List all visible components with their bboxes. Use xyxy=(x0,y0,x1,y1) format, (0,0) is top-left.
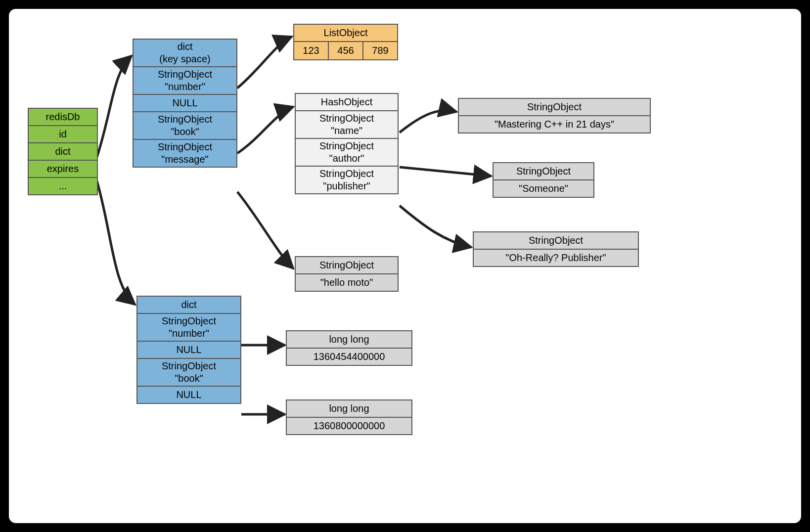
entry-value: "number" xyxy=(169,328,209,339)
field-type: StringObject xyxy=(319,140,374,151)
hashobject-title: HashObject xyxy=(296,94,398,111)
author-value-box: StringObject "Someone" xyxy=(493,162,594,198)
dict-keyspace-title: dict (key space) xyxy=(134,40,236,67)
arrow-name-to-value xyxy=(400,110,456,133)
field-type: StringObject xyxy=(319,168,374,179)
arrow-dict-to-keyspace xyxy=(97,56,132,157)
arrow-author-to-value xyxy=(400,167,491,176)
expires-entry-null1: NULL xyxy=(137,342,240,359)
exp-book-title: long long xyxy=(287,400,411,418)
arrow-number-to-list xyxy=(237,37,292,88)
redisdb-row-dict: dict xyxy=(29,143,97,161)
arrow-book-to-hash xyxy=(237,107,293,153)
field-value: "publisher" xyxy=(323,180,370,191)
field-value: "author" xyxy=(329,153,364,164)
exp-book-value: 1360800000000 xyxy=(287,418,411,434)
author-value: "Someone" xyxy=(494,180,593,197)
expires-dict-title: dict xyxy=(137,297,240,314)
list-cell-2: 789 xyxy=(363,42,397,59)
keyspace-entry-number: StringObject "number" xyxy=(134,67,236,95)
keyspace-entry-book: StringObject "book" xyxy=(134,112,236,140)
hash-field-name: StringObject "name" xyxy=(296,111,398,139)
dict-title-l2: (key space) xyxy=(159,53,210,64)
entry-type: StringObject xyxy=(162,360,216,371)
list-cell-0: 123 xyxy=(294,42,329,59)
entry-value: "number" xyxy=(165,81,205,92)
hash-field-publisher: StringObject "publisher" xyxy=(296,167,398,193)
arrow-message-to-string xyxy=(237,192,293,268)
listobject-cells: 123 456 789 xyxy=(294,42,397,59)
field-type: StringObject xyxy=(319,113,374,124)
dict-title-l1: dict xyxy=(177,41,192,52)
expires-entry-book: StringObject "book" xyxy=(137,359,240,387)
exp-number-value: 1360454400000 xyxy=(287,349,411,365)
name-title: StringObject xyxy=(459,99,650,116)
msg-title: StringObject xyxy=(296,257,398,274)
exp-number-box: long long 1360454400000 xyxy=(286,330,412,366)
listobject-title: ListObject xyxy=(294,25,397,42)
exp-book-box: long long 1360800000000 xyxy=(286,399,412,435)
entry-type: StringObject xyxy=(158,141,212,152)
hashobject-box: HashObject StringObject "name" StringObj… xyxy=(295,93,399,194)
redisdb-row-expires: expires xyxy=(29,161,97,178)
redisdb-row-id: id xyxy=(29,126,97,143)
arrow-layer xyxy=(9,9,801,523)
listobject-box: ListObject 123 456 789 xyxy=(293,24,398,60)
expires-dict-box: dict StringObject "number" NULL StringOb… xyxy=(136,296,241,404)
expires-entry-number: StringObject "number" xyxy=(137,314,240,342)
publisher-value-box: StringObject "Oh-Really? Publisher" xyxy=(473,231,639,267)
msg-value: "hello moto" xyxy=(296,274,398,291)
message-value-box: StringObject "hello moto" xyxy=(295,256,399,292)
redisdb-title: redisDb xyxy=(29,109,97,126)
author-title: StringObject xyxy=(494,163,593,180)
redisdb-row-more: ... xyxy=(29,178,97,194)
exp-number-title: long long xyxy=(287,331,411,349)
name-value-box: StringObject "Mastering C++ in 21 days" xyxy=(458,98,651,133)
arrow-publisher-to-value xyxy=(400,206,471,247)
redisdb-box: redisDb id dict expires ... xyxy=(28,108,98,195)
entry-type: StringObject xyxy=(158,114,212,125)
entry-type: StringObject xyxy=(162,315,216,326)
hash-field-author: StringObject "author" xyxy=(296,139,398,167)
entry-value: "book" xyxy=(175,373,203,384)
entry-type: StringObject xyxy=(158,69,212,80)
publisher-title: StringObject xyxy=(474,232,638,250)
dict-keyspace-box: dict (key space) StringObject "number" N… xyxy=(133,39,237,168)
keyspace-entry-message: StringObject "message" xyxy=(134,140,236,167)
entry-value: "message" xyxy=(161,154,208,165)
name-value: "Mastering C++ in 21 days" xyxy=(459,116,650,133)
keyspace-entry-null1: NULL xyxy=(134,95,236,112)
publisher-value: "Oh-Really? Publisher" xyxy=(474,250,638,266)
list-cell-1: 456 xyxy=(329,42,363,59)
arrow-expires-to-dict xyxy=(97,181,135,305)
entry-value: "book" xyxy=(171,126,199,137)
expires-entry-null2: NULL xyxy=(137,387,240,403)
field-value: "name" xyxy=(331,125,362,136)
